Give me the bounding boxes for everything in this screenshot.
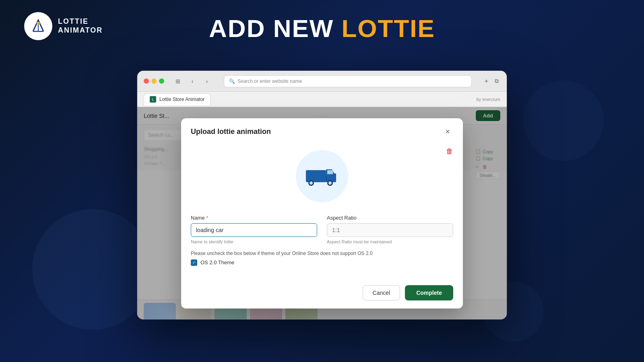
bg-decoration-2 (523, 80, 604, 161)
modal-body: 🗑 Name * Name to identify lottie (181, 144, 463, 276)
modal-overlay: Upload lottie animation × (137, 107, 507, 319)
svg-point-1 (37, 22, 40, 25)
forward-btn[interactable]: › (201, 76, 213, 87)
ratio-input[interactable] (327, 223, 453, 237)
complete-button[interactable]: Complete (405, 285, 453, 300)
truck-animation (304, 162, 340, 190)
page-title-white: ADD NEW (209, 14, 341, 42)
modal-close-button[interactable]: × (442, 126, 453, 138)
ratio-form-group: Aspect Ratio Aspect Ratio must be mainta… (327, 215, 453, 244)
bg-decoration-1 (32, 209, 153, 330)
name-form-group: Name * Name to identify lottie (191, 215, 317, 244)
browser-tab-lottie[interactable]: L Lottie Store Animator (144, 93, 211, 105)
tab-label: Lottie Store Animator (159, 97, 204, 102)
traffic-lights (144, 78, 164, 84)
browser-actions: + ⧉ (483, 76, 500, 86)
browser-mockup: ⊞ ‹ › 🔍 Search or enter website name + ⧉… (137, 70, 507, 320)
by-imercium: by imercium (477, 97, 500, 102)
browser-content: Lottie St... · · · · Add Search Lo... Sh… (137, 107, 507, 319)
traffic-light-green[interactable] (159, 78, 164, 84)
name-hint: Name to identify lottie (191, 239, 317, 244)
name-input[interactable] (191, 223, 317, 237)
traffic-light-yellow[interactable] (151, 78, 157, 84)
browser-controls: ⊞ ‹ › (172, 76, 213, 87)
search-icon: 🔍 (229, 78, 235, 84)
new-tab-btn[interactable]: + (483, 76, 490, 86)
form-row: Name * Name to identify lottie Aspect Ra… (191, 215, 453, 244)
name-label: Name * (191, 215, 317, 221)
svg-rect-12 (326, 176, 326, 182)
address-text: Search or enter website name (237, 78, 302, 84)
back-btn[interactable]: ‹ (187, 76, 198, 87)
address-bar[interactable]: 🔍 Search or enter website name (224, 75, 472, 87)
svg-rect-3 (306, 170, 326, 182)
tab-icon: L (150, 96, 156, 103)
page-title-orange: LOTTIE (342, 14, 435, 42)
tab-bar: L Lottie Store Animator by imercium (137, 92, 507, 107)
traffic-light-red[interactable] (144, 78, 149, 84)
logo-text: LOTTIE ANIMATOR (58, 17, 103, 35)
os2-checkbox-row: ✓ OS 2.0 Theme (191, 259, 453, 266)
ratio-hint: Aspect Ratio must be maintained (327, 239, 453, 244)
logo-svg (28, 16, 48, 36)
sidebar-toggle-btn[interactable]: ⊞ (172, 76, 184, 87)
preview-circle (296, 150, 348, 202)
browser-chrome: ⊞ ‹ › 🔍 Search or enter website name + ⧉ (137, 71, 507, 92)
svg-point-8 (310, 181, 313, 185)
os2-section: Please uncheck the box below if theme of… (191, 251, 453, 266)
svg-rect-6 (327, 170, 333, 174)
page-title: ADD NEW LOTTIE (209, 14, 435, 43)
duplicate-btn[interactable]: ⧉ (493, 76, 500, 86)
os2-checkbox-label: OS 2.0 Theme (200, 259, 234, 265)
modal-title: Upload lottie animation (191, 128, 271, 136)
logo-name-line1: LOTTIE (58, 17, 103, 26)
logo-name-line2: ANIMATOR (58, 26, 103, 35)
page-title-area: ADD NEW LOTTIE (209, 14, 435, 43)
logo-circle (24, 12, 52, 40)
svg-point-10 (328, 181, 332, 185)
modal-dialog: Upload lottie animation × (181, 118, 463, 309)
cancel-button[interactable]: Cancel (363, 285, 400, 300)
modal-header: Upload lottie animation × (181, 118, 463, 144)
header: LOTTIE ANIMATOR ADD NEW LOTTIE (0, 0, 644, 52)
delete-preview-button[interactable]: 🗑 (446, 147, 453, 156)
ratio-label: Aspect Ratio (327, 215, 453, 221)
required-star: * (205, 215, 208, 221)
modal-footer: Cancel Complete (181, 279, 463, 309)
os2-notice: Please uncheck the box below if theme of… (191, 251, 453, 256)
animation-preview: 🗑 (191, 144, 453, 208)
os2-checkbox[interactable]: ✓ (191, 259, 197, 266)
logo-area: LOTTIE ANIMATOR (24, 12, 103, 40)
